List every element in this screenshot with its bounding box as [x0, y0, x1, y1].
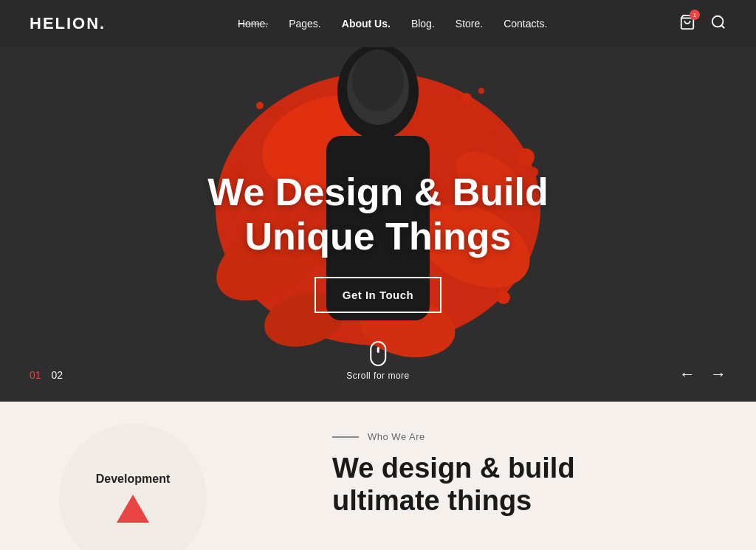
development-title: Development	[96, 472, 170, 486]
nav-home[interactable]: Home.	[238, 18, 268, 30]
hero-section: We Design & Build Unique Things Get In T…	[0, 47, 756, 402]
svg-point-17	[269, 107, 281, 119]
logo[interactable]: HELION.	[30, 14, 106, 33]
development-card: Development	[59, 424, 207, 550]
section-line	[332, 436, 359, 438]
scroll-text: Scroll for more	[346, 371, 410, 381]
search-icon	[710, 14, 726, 30]
hero-heading-line2: Unique Things	[244, 215, 511, 258]
main-nav: Home. Pages. About Us. Blog. Store. Cont…	[238, 18, 547, 30]
bottom-section: Development Who We Are We design & build…	[0, 402, 756, 550]
slide-indicators: 01 02	[30, 369, 63, 381]
svg-point-1	[712, 16, 724, 27]
section-tag: Who We Are	[332, 431, 575, 442]
nav-blog[interactable]: Blog.	[411, 18, 435, 30]
hero-text-block: We Design & Build Unique Things Get In T…	[0, 171, 756, 313]
header: HELION. Home. Pages. About Us. Blog. Sto…	[0, 0, 756, 47]
cart-badge: 1	[690, 10, 700, 20]
nav-actions: 1	[679, 14, 726, 33]
search-icon-wrapper[interactable]	[710, 14, 726, 33]
prev-arrow-button[interactable]: ←	[679, 365, 695, 384]
svg-point-20	[478, 88, 484, 94]
triangle-icon	[117, 495, 149, 523]
section-tag-text: Who We Are	[368, 431, 425, 442]
scroll-indicator: Scroll for more	[346, 341, 410, 381]
cart-icon-wrapper[interactable]: 1	[679, 14, 695, 33]
section-heading: We design & build ultimate things	[332, 453, 575, 517]
svg-point-11	[517, 148, 535, 166]
next-arrow-button[interactable]: →	[710, 365, 726, 384]
section-heading-line1: We design & build	[332, 453, 575, 484]
get-in-touch-button[interactable]: Get In Touch	[315, 277, 442, 313]
nav-about[interactable]: About Us.	[342, 18, 391, 30]
slide-indicator-1[interactable]: 01	[30, 369, 41, 381]
nav-pages[interactable]: Pages.	[289, 18, 321, 30]
section-heading-line2: ultimate things	[332, 485, 532, 516]
svg-line-2	[721, 25, 724, 28]
hero-heading: We Design & Build Unique Things	[0, 171, 756, 259]
nav-store[interactable]: Store.	[456, 18, 483, 30]
svg-point-18	[256, 102, 264, 109]
svg-point-24	[352, 49, 404, 111]
who-we-are-block: Who We Are We design & build ultimate th…	[332, 431, 575, 517]
scroll-mouse-icon	[370, 341, 386, 366]
slide-indicator-2[interactable]: 02	[52, 369, 63, 381]
hero-heading-line1: We Design & Build	[207, 171, 548, 213]
nav-arrows: ← →	[679, 365, 726, 384]
nav-contacts[interactable]: Contacts.	[504, 18, 547, 30]
